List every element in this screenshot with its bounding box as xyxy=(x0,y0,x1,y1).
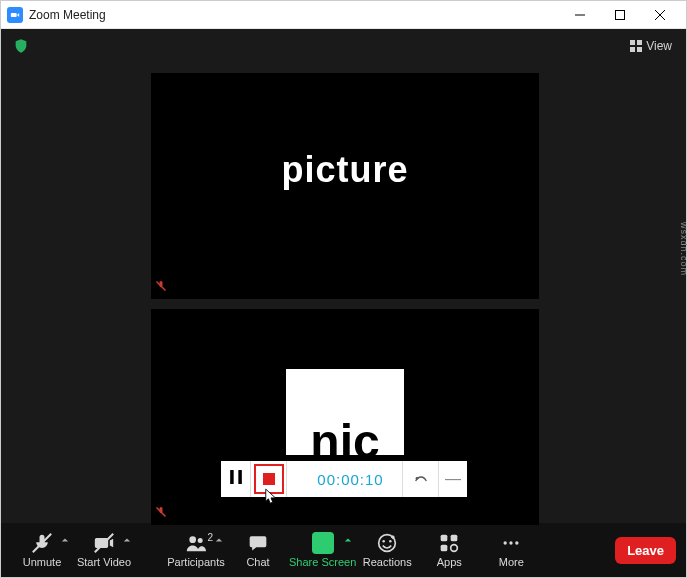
video-tile-1[interactable]: picture xyxy=(151,73,539,299)
participants-count: 2 xyxy=(207,532,213,543)
chevron-up-icon[interactable] xyxy=(344,534,352,546)
chevron-up-icon[interactable] xyxy=(215,534,223,546)
grid-icon xyxy=(630,40,642,52)
tile1-display-name: picture xyxy=(281,149,408,191)
tile2-avatar-card: nic xyxy=(286,369,404,455)
share-screen-label: Share Screen xyxy=(289,556,356,568)
more-label: More xyxy=(499,556,524,568)
view-button[interactable]: View xyxy=(624,37,678,55)
unmute-button[interactable]: Unmute xyxy=(11,532,73,568)
svg-point-20 xyxy=(504,541,507,544)
svg-rect-18 xyxy=(441,545,448,552)
view-label: View xyxy=(646,39,672,53)
chevron-up-icon[interactable] xyxy=(123,534,131,546)
tile2-avatar-text: nic xyxy=(310,414,379,455)
zoom-app-icon xyxy=(7,7,23,23)
recording-toolbar: 00:00:10 — xyxy=(221,461,467,497)
window-title: Zoom Meeting xyxy=(29,8,106,22)
svg-rect-7 xyxy=(637,47,642,52)
meeting-controls: Unmute Start Video Participants 2 Chat xyxy=(1,523,686,577)
start-video-label: Start Video xyxy=(77,556,131,568)
chat-icon xyxy=(248,533,268,553)
video-gallery: picture nic xyxy=(151,73,539,465)
tile1-name-badge xyxy=(151,275,269,299)
more-icon xyxy=(501,533,521,553)
participants-button[interactable]: Participants 2 xyxy=(165,532,227,568)
chat-label: Chat xyxy=(246,556,269,568)
tile2-name-badge xyxy=(151,501,269,525)
svg-rect-6 xyxy=(630,47,635,52)
muted-mic-icon xyxy=(155,504,167,522)
meeting-topbar: View xyxy=(13,37,678,55)
svg-rect-8 xyxy=(230,470,234,484)
svg-rect-4 xyxy=(630,40,635,45)
recording-pause-button[interactable] xyxy=(221,461,251,497)
meeting-area: View picture nic xyxy=(1,29,686,523)
svg-point-12 xyxy=(198,538,203,543)
stop-icon xyxy=(254,464,284,494)
svg-rect-1 xyxy=(616,10,625,19)
svg-point-10 xyxy=(415,477,418,480)
chevron-up-icon[interactable] xyxy=(61,534,69,546)
encryption-shield-icon[interactable] xyxy=(13,38,29,54)
video-tile-2[interactable]: nic 00:00:10 xyxy=(151,309,539,525)
apps-button[interactable]: Apps xyxy=(418,532,480,568)
chat-button[interactable]: Chat xyxy=(227,532,289,568)
window-close-button[interactable] xyxy=(640,1,680,29)
recording-minimize-button[interactable]: — xyxy=(439,461,467,497)
svg-point-14 xyxy=(383,540,386,543)
svg-rect-17 xyxy=(451,535,458,542)
share-screen-icon xyxy=(312,532,334,554)
svg-point-15 xyxy=(389,540,392,543)
leave-label: Leave xyxy=(627,543,664,558)
watermark-text: wsxdn.com xyxy=(679,222,687,276)
start-video-button[interactable]: Start Video xyxy=(73,532,135,568)
share-screen-button[interactable]: Share Screen xyxy=(289,532,356,568)
recording-time: 00:00:10 xyxy=(287,461,403,497)
participants-label: Participants xyxy=(167,556,224,568)
svg-point-22 xyxy=(515,541,518,544)
apps-label: Apps xyxy=(437,556,462,568)
zoom-window: Zoom Meeting View picture xyxy=(0,0,687,578)
recording-stop-button[interactable] xyxy=(251,461,287,497)
svg-rect-9 xyxy=(238,470,242,484)
reactions-button[interactable]: Reactions xyxy=(356,532,418,568)
svg-point-21 xyxy=(510,541,513,544)
svg-rect-5 xyxy=(637,40,642,45)
leave-button[interactable]: Leave xyxy=(615,537,676,564)
window-maximize-button[interactable] xyxy=(600,1,640,29)
svg-rect-16 xyxy=(441,535,448,542)
reactions-icon xyxy=(377,533,397,553)
window-minimize-button[interactable] xyxy=(560,1,600,29)
muted-mic-icon xyxy=(155,278,167,296)
svg-point-19 xyxy=(451,545,458,552)
apps-icon xyxy=(439,533,459,553)
participants-icon xyxy=(186,533,206,553)
more-button[interactable]: More xyxy=(480,532,542,568)
unmute-label: Unmute xyxy=(23,556,62,568)
reactions-label: Reactions xyxy=(363,556,412,568)
titlebar: Zoom Meeting xyxy=(1,1,686,29)
recording-draw-button[interactable] xyxy=(403,461,439,497)
svg-point-11 xyxy=(189,536,196,543)
